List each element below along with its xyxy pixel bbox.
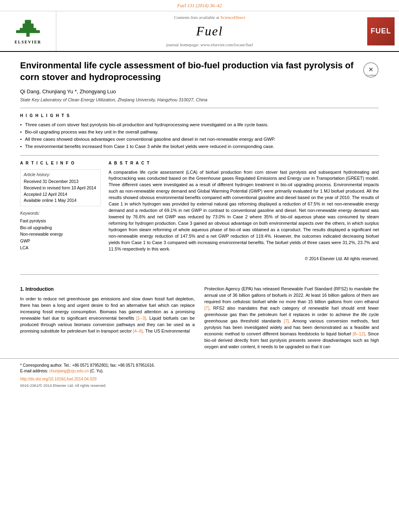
footnote-corresponding: * Corresponding author. Tel.: +86 0571 8… — [20, 363, 379, 368]
intro-para-2-text: Protection Agency (EPA) has released Ren… — [204, 286, 379, 350]
article-history-box: Article history: Received 31 December 20… — [20, 169, 101, 207]
crossmark-logo[interactable]: ✕ CrossMark — [363, 62, 379, 78]
journal-reference-bar: Fuel 131 (2014) 36–42 — [0, 0, 399, 11]
article-header: Environmental life cycle assessment of b… — [20, 60, 379, 103]
publisher-logo-area: ELSEVIER — [0, 11, 56, 51]
main-content: Environmental life cycle assessment of b… — [0, 52, 399, 269]
crossmark-icon: ✕ CrossMark — [363, 62, 379, 78]
journal-title-area: Contents lists available at ScienceDirec… — [56, 11, 363, 51]
copyright-notice: © 2014 Elsevier Ltd. All rights reserved… — [109, 256, 379, 262]
svg-text:CrossMark: CrossMark — [366, 74, 376, 76]
highlights-list: Three cases of corn stover fast pyrolysi… — [20, 121, 379, 150]
fuel-logo-text: FUEL — [371, 26, 391, 36]
fuel-journal-logo: FUEL — [367, 17, 395, 45]
doi-anchor[interactable]: http://dx.doi.org/10.1016/j.fuel.2014.04… — [20, 377, 97, 381]
svg-rect-4 — [16, 30, 21, 33]
highlights-section: H I G H L I G H T S Three cases of corn … — [20, 113, 379, 150]
journal-name: Fuel — [196, 22, 223, 40]
divider-3 — [20, 274, 379, 275]
doi-link[interactable]: http://dx.doi.org/10.1016/j.fuel.2014.04… — [20, 376, 379, 382]
intro-para-1-text: In order to reduce net greenhouse gas em… — [20, 296, 195, 335]
keyword-3: Non-renewable energy — [20, 231, 101, 238]
svg-rect-5 — [35, 30, 40, 33]
article-title-block: Environmental life cycle assessment of b… — [20, 60, 357, 103]
history-accepted: Accepted 12 April 2014 — [24, 191, 97, 198]
abstract-column: A B S T R A C T A comparative life cycle… — [109, 160, 379, 262]
history-title: Article history: — [24, 172, 97, 178]
svg-rect-3 — [25, 20, 31, 24]
page-container: Fuel 131 (2014) 36–42 ELSEVIER Co — [0, 0, 399, 388]
introduction-heading: 1. Introduction — [20, 286, 195, 293]
history-received: Received 31 December 2013 — [24, 179, 97, 185]
sciencedirect-link[interactable]: ScienceDirect — [220, 15, 245, 20]
authors-text: Qi Dang, Chunjiang Yu *, Zhongyang Luo — [20, 88, 116, 94]
footnote-section: * Corresponding author. Tel.: +86 0571 8… — [0, 358, 399, 374]
highlight-item-3: All three cases showed obvious advantage… — [20, 136, 379, 143]
sciencedirect-label: Contents lists available at ScienceDirec… — [174, 14, 245, 21]
email-name: (C. Yu). — [90, 369, 104, 373]
journal-homepage: journal homepage: www.elsevier.com/locat… — [166, 42, 253, 48]
keyword-1: Fast pyrolysis — [20, 218, 101, 224]
body-section: 1. Introduction In order to reduce net g… — [0, 279, 399, 353]
highlight-item-4: The environmental benefits increased fro… — [20, 143, 379, 150]
svg-text:✕: ✕ — [368, 66, 373, 73]
body-left-col: 1. Introduction In order to reduce net g… — [20, 286, 195, 353]
issn-text: 0016-2361/© 2014 Elsevier Ltd. All right… — [20, 383, 379, 388]
author-email-link[interactable]: chunjiang@zju.edu.cn — [49, 369, 89, 373]
abstract-paragraph: A comparative life cycle assessment (LCA… — [109, 169, 379, 253]
doi-section: http://dx.doi.org/10.1016/j.fuel.2014.04… — [0, 374, 399, 388]
divider-2 — [20, 155, 379, 156]
elsevier-logo: ELSEVIER — [14, 18, 41, 45]
ref-7b[interactable]: [7] — [284, 318, 289, 323]
body-right-col: Protection Agency (EPA) has released Ren… — [204, 286, 379, 353]
svg-rect-1 — [20, 28, 36, 33]
elsevier-tree-icon — [15, 18, 41, 38]
article-info-label: A R T I C L E I N F O — [20, 160, 101, 166]
article-authors: Qi Dang, Chunjiang Yu *, Zhongyang Luo — [20, 88, 357, 95]
keywords-title: Keywords: — [20, 210, 101, 216]
intro-paragraph-2: Protection Agency (EPA) has released Ren… — [204, 286, 379, 350]
keyword-2: Bio-oil upgrading — [20, 224, 101, 231]
history-available: Available online 1 May 2014 — [24, 197, 97, 204]
journal-reference: Fuel 131 (2014) 36–42 — [177, 3, 222, 8]
keywords-box: Keywords: Fast pyrolysis Bio-oil upgradi… — [20, 210, 101, 251]
keyword-4: GWP — [20, 238, 101, 244]
abstract-text: A comparative life cycle assessment (LCA… — [109, 169, 379, 253]
article-info-column: A R T I C L E I N F O Article history: R… — [20, 160, 101, 262]
elsevier-brand-text: ELSEVIER — [14, 39, 41, 45]
highlight-item-2: Bio-oil upgrading process was the key un… — [20, 128, 379, 136]
journal-header: ELSEVIER Contents lists available at Sci… — [0, 11, 399, 52]
highlights-label: H I G H L I G H T S — [20, 113, 379, 119]
intro-paragraph-1: In order to reduce net greenhouse gas em… — [20, 296, 195, 335]
article-title: Environmental life cycle assessment of b… — [20, 60, 357, 83]
footnote-email: E-mail address: chunjiang@zju.edu.cn (C.… — [20, 368, 379, 374]
svg-rect-2 — [23, 23, 33, 29]
divider-1 — [20, 108, 379, 108]
ref-7a[interactable]: [7] — [204, 306, 209, 310]
article-affiliation: State Key Laboratory of Clean Energy Uti… — [20, 97, 357, 103]
ref-1-3[interactable]: [1–3] — [136, 316, 146, 320]
ref-8-12[interactable]: [8–12] — [353, 331, 365, 336]
ref-4-6[interactable]: [4–6] — [133, 329, 143, 333]
history-revised: Received in revised form 10 April 2014 — [24, 185, 97, 191]
keyword-5: LCA — [20, 244, 101, 251]
article-info-abstract: A R T I C L E I N F O Article history: R… — [20, 160, 379, 262]
body-two-col: 1. Introduction In order to reduce net g… — [20, 286, 379, 353]
abstract-label: A B S T R A C T — [109, 160, 379, 166]
fuel-logo-area: FUEL — [363, 11, 399, 51]
highlight-item-1: Three cases of corn stover fast pyrolysi… — [20, 121, 379, 128]
